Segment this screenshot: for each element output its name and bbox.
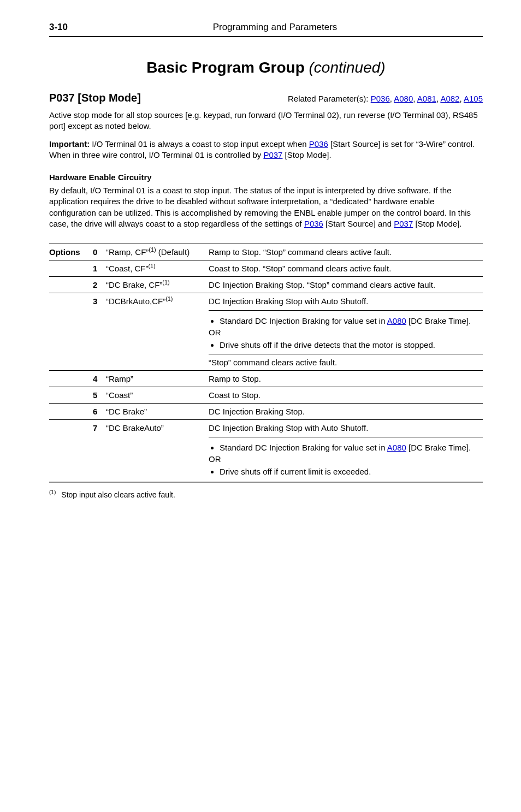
group-title: Basic Program Group (continued) [49,59,483,76]
related-link[interactable]: P036 [371,94,390,103]
hw-heading: Hardware Enable Circuitry [49,173,483,182]
opt-desc: Coast to Stop. [209,387,483,403]
inline-link[interactable]: P037 [394,219,413,228]
opt-name: “DC BrakeAuto” [106,420,209,482]
opt-desc: Ramp to Stop. “Stop” command clears acti… [209,244,483,260]
opt-name: “DC Brake” [106,404,209,419]
inline-link[interactable]: A080 [387,443,406,452]
param-name: P037 [Stop Mode] [49,92,141,104]
footnote-sup: (1) [49,489,56,495]
opt-num: 2 [93,277,106,293]
related-link[interactable]: A081 [417,94,436,103]
group-title-cont: (continued) [309,59,386,76]
opt-desc: DC Injection Braking Stop with Auto Shut… [209,293,483,370]
related-params: Related Parameter(s): P036, A080, A081, … [288,94,483,103]
or-text: OR [209,328,483,337]
opt-desc: DC Injection Braking Stop with Auto Shut… [209,420,483,482]
page: 3-10 Programming and Parameters Basic Pr… [0,0,521,532]
opt-num: 7 [93,420,106,482]
opt-desc: DC Injection Braking Stop. “Stop” comman… [209,277,483,293]
related-label: Related Parameter(s): [288,94,371,103]
opt-desc-line1: DC Injection Braking Stop with Auto Shut… [209,297,483,306]
or-text: OR [209,454,483,464]
opt-desc: Coast to Stop. “Stop” command clears act… [209,260,483,276]
opt-name: “Ramp” [106,371,209,387]
page-number: 3-10 [49,22,68,33]
param-header-row: P037 [Stop Mode] Related Parameter(s): P… [49,92,483,104]
opt-num: 3 [93,293,106,370]
opt-desc-line1: DC Injection Braking Stop with Auto Shut… [209,423,483,432]
opt-desc: Ramp to Stop. [209,371,483,387]
opt-name: “Ramp, CF”(1) (Default) [106,244,209,260]
inline-link[interactable]: P036 [309,139,328,149]
opt-name: “DC Brake, CF”(1) [106,277,209,293]
footnote: (1)Stop input also clears active fault. [49,490,483,499]
opt-num: 4 [93,371,106,387]
footnote-text: Stop input also clears active fault. [61,490,175,499]
opt-num: 5 [93,387,106,403]
opt-name: “Coast” [106,387,209,403]
opt-bullet: Standard DC Injection Braking for value … [220,443,483,452]
table-row: 1 “Coast, CF”(1) Coast to Stop. “Stop” c… [49,260,483,277]
related-link[interactable]: A105 [464,94,483,103]
table-row: 7 “DC BrakeAuto” DC Injection Braking St… [49,420,483,482]
opt-bullet: Drive shuts off if the drive detects tha… [220,340,483,349]
para2-c: [Stop Mode]. [282,150,331,159]
group-title-text: Basic Program Group [146,59,304,76]
header-title: Programming and Parameters [213,22,338,33]
paragraph-1: Active stop mode for all stop sources [e… [49,110,483,132]
opt-num: 0 [93,244,106,260]
related-link[interactable]: A080 [394,94,413,103]
hw-b: [Start Source] and [323,219,394,228]
inline-link[interactable]: P036 [304,219,323,228]
opt-desc: DC Injection Braking Stop. [209,404,483,419]
para2-a: I/O Terminal 01 is always a coast to sto… [90,139,309,149]
table-row: 5 “Coast” Coast to Stop. [49,387,483,404]
options-table: Options 0 “Ramp, CF”(1) (Default) Ramp t… [49,244,483,483]
opt-num: 6 [93,404,106,419]
page-header: 3-10 Programming and Parameters [49,22,483,37]
table-row: Options 0 “Ramp, CF”(1) (Default) Ramp t… [49,244,483,260]
opt-bullet: Drive shuts off if current limit is exce… [220,467,483,476]
opt-name: “Coast, CF”(1) [106,260,209,276]
table-row: 2 “DC Brake, CF”(1) DC Injection Braking… [49,277,483,293]
hw-c: [Stop Mode]. [413,219,461,228]
hw-paragraph: By default, I/O Terminal 01 is a coast t… [49,185,483,229]
table-row: 4 “Ramp” Ramp to Stop. [49,371,483,387]
opt-desc-line2: “Stop” command clears active fault. [209,354,483,367]
opt-bullet: Standard DC Injection Braking for value … [220,316,483,325]
opt-num: 1 [93,260,106,276]
opt-name: “DCBrkAuto,CF”(1) [106,293,209,370]
paragraph-2: Important: I/O Terminal 01 is always a c… [49,139,483,161]
important-label: Important: [49,139,90,149]
inline-link[interactable]: A080 [387,316,406,325]
table-row: 6 “DC Brake” DC Injection Braking Stop. [49,404,483,420]
inline-link[interactable]: P037 [263,150,282,159]
options-label: Options [49,244,93,260]
table-row: 3 “DCBrkAuto,CF”(1) DC Injection Braking… [49,293,483,371]
related-link[interactable]: A082 [440,94,459,103]
